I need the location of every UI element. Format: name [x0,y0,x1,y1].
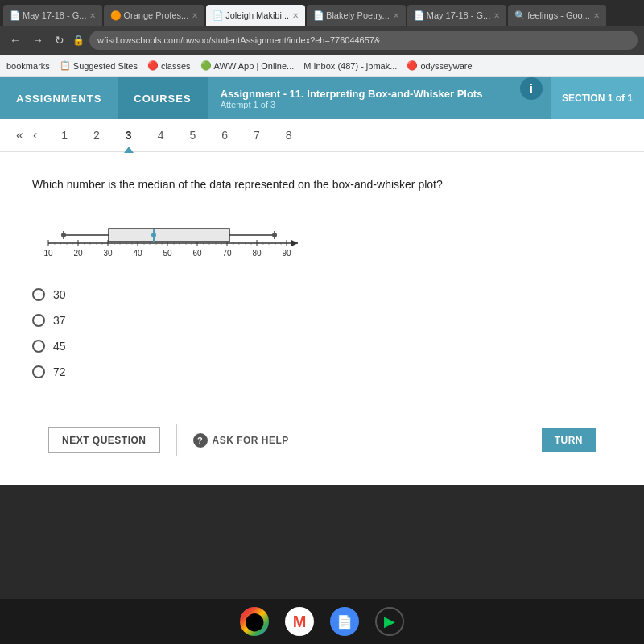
bookmarks-bar: bookmarks 📋 Suggested Sites 🔴 classes 🟢 … [0,55,644,77]
page-3[interactable]: 3 [121,126,137,145]
refresh-button[interactable]: ↻ [52,32,68,48]
bookmark-icon-classes: 🔴 [147,60,159,71]
plot-svg-wrapper: 10 20 30 40 50 60 70 80 90 [32,209,306,269]
answer-option-3[interactable]: 45 [32,340,612,353]
active-page-indicator [124,147,134,153]
tab-icon-4: 📄 [313,10,323,20]
answer-option-2[interactable]: 37 [32,314,612,327]
tab-close-2[interactable]: ✕ [192,11,198,20]
tab-icon-2: 🟠 [110,10,120,20]
next-question-button[interactable]: NEXT QUESTION [48,427,160,453]
pagination-row: « ‹ 1 2 3 4 5 6 7 8 [0,119,644,152]
back-button[interactable]: ← [6,32,24,48]
divider [176,424,177,456]
tab-close-1[interactable]: ✕ [89,11,96,20]
bookmark-bookmarks[interactable]: bookmarks [6,61,50,71]
nav-arrows: « ‹ [13,126,40,144]
svg-point-56 [151,233,156,237]
svg-text:60: 60 [192,249,202,258]
tab-blakely[interactable]: 📄 Blakely Poetry... ✕ [307,5,406,26]
tab-orange[interactable]: 🟠 Orange Profes... ✕ [104,5,204,26]
answer-option-4[interactable]: 72 [32,365,612,378]
svg-text:90: 90 [282,249,291,258]
page-4[interactable]: 4 [153,126,169,145]
tab-close-3[interactable]: ✕ [292,11,299,20]
svg-text:50: 50 [163,249,172,258]
svg-point-60 [272,233,277,237]
ask-for-help-button[interactable]: ? ASK FOR HELP [193,433,289,448]
svg-rect-54 [109,229,229,242]
double-left-arrow[interactable]: « [13,126,27,144]
page-numbers: 1 2 3 4 5 6 7 8 [56,126,296,145]
info-icon[interactable]: i [520,77,543,100]
plot-container: 10 20 30 40 50 60 70 80 90 [32,209,612,269]
radio-30[interactable] [32,288,45,301]
tab-icon-6: 🔍 [514,10,524,20]
docs-icon[interactable]: 📄 [330,607,359,636]
tab-may2[interactable]: 📄 May 17-18 - G... ✕ [407,5,506,26]
tab-icon-5: 📄 [414,10,423,20]
nav-assignment-info: Assignment - 11. Interpreting Box-and-Wh… [208,77,512,119]
help-icon: ? [193,433,208,448]
app-area: ASSIGNMENTS COURSES Assignment - 11. Int… [0,77,644,485]
box-whisker-plot: 10 20 30 40 50 60 70 80 90 [32,209,306,266]
forward-button[interactable]: → [29,32,47,48]
lock-icon: 🔒 [72,35,85,46]
bookmark-odyssey[interactable]: 🔴 odysseyware [407,60,472,71]
app-nav: ASSIGNMENTS COURSES Assignment - 11. Int… [0,77,644,119]
answer-choices: 30 37 45 72 [32,288,612,378]
tab-joleigh[interactable]: 📄 Joleigh Makibi... ✕ [206,5,305,26]
radio-72[interactable] [32,365,45,378]
svg-text:80: 80 [252,249,262,258]
svg-text:30: 30 [103,249,113,258]
page-1[interactable]: 1 [56,126,72,145]
tab-bar: 📄 May 17-18 - G... ✕ 🟠 Orange Profes... … [0,0,644,26]
nav-section: SECTION 1 of 1 [551,77,644,119]
nav-assignments[interactable]: ASSIGNMENTS [0,77,118,119]
left-arrow[interactable]: ‹ [30,126,40,144]
radio-45[interactable] [32,340,45,353]
answer-option-1[interactable]: 30 [32,288,612,301]
radio-37[interactable] [32,314,45,327]
browser-chrome: 📄 May 17-18 - G... ✕ 🟠 Orange Profes... … [0,0,644,77]
address-bar[interactable]: wfisd.owschools.com/owsoo/studentAssignm… [89,31,638,50]
tab-close-5[interactable]: ✕ [493,11,500,20]
bookmark-icon-aww: 🟢 [200,60,212,71]
svg-text:20: 20 [73,249,83,258]
address-bar-row: ← → ↻ 🔒 wfisd.owschools.com/owsoo/studen… [0,26,644,55]
turn-in-button[interactable]: TURN [542,428,596,452]
assignment-attempt: Attempt 1 of 3 [221,100,499,109]
page-7[interactable]: 7 [249,126,265,145]
svg-text:10: 10 [43,249,53,258]
bookmark-suggested[interactable]: 📋 Suggested Sites [60,60,138,71]
content-area: Which number is the median of the data r… [0,152,644,485]
bookmark-classes[interactable]: 🔴 classes [147,60,191,71]
bottom-bar: NEXT QUESTION ? ASK FOR HELP TURN [32,411,612,469]
nav-courses[interactable]: COURSES [118,77,207,119]
tab-close-4[interactable]: ✕ [393,11,399,20]
page-8[interactable]: 8 [281,126,297,145]
tab-icon-3: 📄 [213,10,222,20]
bookmark-aww[interactable]: 🟢 AWW App | Online... [200,60,295,71]
taskbar: ⬤ M 📄 ▶ [0,599,644,644]
chrome-icon[interactable]: ⬤ [240,607,269,636]
svg-text:40: 40 [133,249,142,258]
page-2[interactable]: 2 [89,126,105,145]
page-5[interactable]: 5 [184,126,200,145]
tab-feelings[interactable]: 🔍 feelings - Goo... ✕ [508,5,606,26]
play-icon[interactable]: ▶ [375,607,404,636]
bookmark-inbox[interactable]: M Inbox (487) - jbmak... [303,61,397,71]
bookmark-icon-suggested: 📋 [60,60,71,71]
bookmark-icon-inbox: M [303,61,311,71]
assignment-title: Assignment - 11. Interpreting Box-and-Wh… [221,88,499,100]
question-text: Which number is the median of the data r… [32,176,612,193]
bookmark-icon-odyssey: 🔴 [407,60,418,71]
gmail-icon[interactable]: M [285,607,314,636]
svg-text:70: 70 [222,249,232,258]
svg-point-59 [61,233,66,237]
tab-may1[interactable]: 📄 May 17-18 - G... ✕ [3,5,102,26]
tab-close-6[interactable]: ✕ [593,11,600,20]
page-6[interactable]: 6 [217,126,233,145]
tab-icon-1: 📄 [10,10,19,20]
